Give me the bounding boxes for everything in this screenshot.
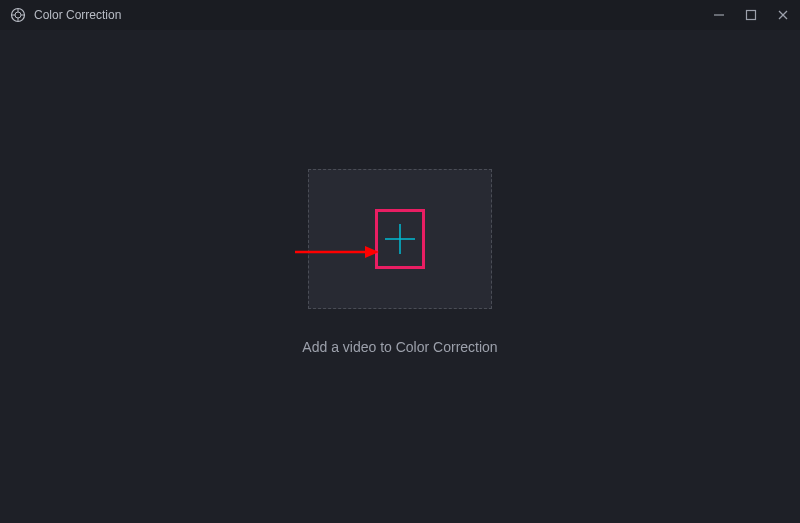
highlight-box-annotation [375,209,425,269]
content-wrapper: Add a video to Color Correction [302,169,497,355]
minimize-button[interactable] [712,8,726,22]
maximize-button[interactable] [744,8,758,22]
svg-point-1 [15,12,21,18]
app-icon [10,7,26,23]
video-dropzone[interactable] [308,169,492,309]
instruction-text: Add a video to Color Correction [302,339,497,355]
main-content: Add a video to Color Correction [0,30,800,523]
close-button[interactable] [776,8,790,22]
window-title: Color Correction [34,8,121,22]
titlebar-left: Color Correction [10,7,121,23]
window-controls [712,8,790,22]
svg-rect-7 [747,11,756,20]
titlebar: Color Correction [0,0,800,30]
plus-icon [383,222,417,256]
